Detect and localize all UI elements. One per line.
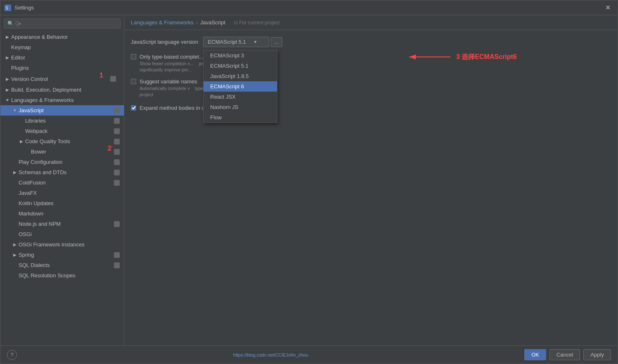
js-version-select-container: ECMAScript 5.1 ▼ ECMAScript 3 ECMAScript…: [203, 37, 269, 47]
dropdown-item-flow[interactable]: Flow: [204, 112, 277, 123]
js-version-dropdown[interactable]: ECMAScript 5.1 ▼: [203, 37, 269, 47]
expand-icon: ▶: [12, 252, 18, 258]
expand-icon: ▶: [5, 87, 10, 93]
cancel-button[interactable]: Cancel: [549, 349, 580, 360]
sidebar: 🔍 ▶ Appearance & Behavior ▶ Keymap ▶: [0, 15, 124, 345]
breadcrumb: Languages & Frameworks › JavaScript ⊙ Fo…: [124, 15, 618, 30]
sidebar-item-markdown[interactable]: ▶ Markdown: [0, 208, 124, 219]
sidebar-item-vcs[interactable]: ▶ Version Control 1: [0, 73, 124, 85]
annotation-3-text: 3 选择ECMAScript6: [456, 53, 517, 61]
settings-icon-cq: [114, 139, 120, 144]
checkbox-icon: [131, 54, 136, 59]
sidebar-label-coldfusion: ColdFusion: [19, 180, 46, 186]
annotation-2: 2: [108, 145, 111, 152]
sidebar-label-plugins: Plugins: [11, 65, 29, 71]
sidebar-label-build: Build, Execution, Deployment: [11, 87, 81, 93]
sidebar-item-osgi-framework[interactable]: ▶ OSGi Framework Instances: [0, 239, 124, 250]
settings-icon-cf: [114, 180, 120, 186]
sidebar-label-osgi: OSGi: [19, 231, 32, 237]
settings-icon-play: [114, 159, 120, 165]
apply-button[interactable]: Apply: [583, 349, 611, 360]
sidebar-item-coldfusion[interactable]: ▶ ColdFusion: [0, 177, 124, 188]
sidebar-label-osgi-framework: OSGi Framework Instances: [19, 241, 85, 248]
sidebar-item-languages[interactable]: ▼ Languages & Frameworks: [0, 95, 124, 105]
sidebar-label-libraries: Libraries: [25, 118, 46, 124]
selected-version: ECMAScript 5.1: [208, 39, 246, 45]
breadcrumb-sep: ›: [196, 19, 198, 26]
sidebar-label-keymap: Keymap: [11, 44, 31, 50]
sidebar-item-sql-resolution[interactable]: ▶ SQL Resolution Scopes: [0, 270, 124, 281]
sidebar-item-schemas[interactable]: ▶ Schemas and DTDs: [0, 167, 124, 177]
expand-icon: ▶: [19, 139, 24, 144]
search-icon: 🔍: [7, 21, 14, 26]
sidebar-label-javafx: JavaFX: [19, 190, 37, 196]
sidebar-item-editor[interactable]: ▶ Editor: [0, 52, 124, 63]
sidebar-item-build[interactable]: ▶ Build, Execution, Deployment: [0, 85, 124, 95]
ok-button[interactable]: OK: [524, 349, 546, 360]
sidebar-label-vcs: Version Control: [11, 76, 48, 82]
settings-icon: [110, 76, 116, 82]
search-box[interactable]: 🔍: [4, 19, 121, 28]
sidebar-item-spring[interactable]: ▶ Spring: [0, 250, 124, 260]
settings-icon-webpack: [114, 128, 120, 134]
expand-icon: ▶: [12, 242, 18, 248]
settings-icon-lib: [114, 118, 120, 124]
sidebar-label-markdown: Markdown: [19, 210, 43, 217]
expand-icon: ▶: [5, 76, 10, 82]
search-input[interactable]: [15, 21, 117, 26]
sidebar-item-sql-dialects[interactable]: ▶ SQL Dialects: [0, 260, 124, 270]
settings-window: S Settings ✕ 🔍 ▶ Appearance & Behavior: [0, 0, 618, 364]
close-button[interactable]: ✕: [602, 2, 613, 14]
sidebar-label-editor: Editor: [11, 54, 25, 61]
sidebar-label-appearance: Appearance & Behavior: [11, 34, 68, 40]
svg-text:S: S: [5, 6, 8, 10]
sidebar-label-kotlin: Kotlin Updates: [19, 200, 54, 206]
expand-icon: ▶: [5, 55, 10, 61]
dropdown-item-js185[interactable]: JavaScript 1.8.5: [204, 71, 277, 81]
title-bar: S Settings ✕: [0, 0, 618, 15]
checkbox-suggest-icon: [131, 79, 136, 84]
sidebar-item-nodejs[interactable]: ▶ Node.js and NPM: [0, 219, 124, 229]
sidebar-item-keymap[interactable]: ▶ Keymap: [0, 42, 124, 52]
main-layout: 🔍 ▶ Appearance & Behavior ▶ Keymap ▶: [0, 15, 618, 345]
dropdown-item-es6[interactable]: ECMAScript 6: [204, 81, 277, 92]
dropdown-item-react[interactable]: React JSX: [204, 92, 277, 102]
sidebar-item-javafx[interactable]: ▶ JavaFX: [0, 188, 124, 198]
settings-icon-schemas: [114, 170, 120, 175]
annotation-3-container: 3 选择ECMAScript6: [405, 51, 517, 63]
expand-icon: ▼: [12, 108, 18, 113]
sidebar-label-spring: Spring: [19, 252, 34, 258]
dropdown-item-es51[interactable]: ECMAScript 5.1: [204, 61, 277, 71]
checkbox-expand[interactable]: [131, 105, 136, 111]
sidebar-item-code-quality[interactable]: ▶ Code Quality Tools: [0, 136, 124, 147]
sidebar-item-osgi[interactable]: ▶ OSGi: [0, 229, 124, 239]
main-panel: Languages & Frameworks › JavaScript ⊙ Fo…: [124, 15, 618, 345]
sidebar-label-webpack: Webpack: [25, 128, 47, 134]
settings-content: JavaScript language version ECMAScript 5…: [124, 30, 618, 345]
sidebar-item-appearance[interactable]: ▶ Appearance & Behavior: [0, 32, 124, 42]
sidebar-item-play[interactable]: ▶ Play Configuration: [0, 157, 124, 167]
watermark-link: https://blog.csdn.net/CCIEJohn_zhou: [233, 352, 308, 357]
sidebar-item-plugins[interactable]: ▶ Plugins: [0, 63, 124, 73]
sidebar-item-webpack[interactable]: ▶ Webpack: [0, 126, 124, 136]
sidebar-item-javascript[interactable]: ▼ JavaScript: [0, 105, 124, 116]
sidebar-label-languages: Languages & Frameworks: [11, 97, 74, 103]
checkbox-expand-icon: [131, 105, 136, 111]
settings-icon-js: [114, 108, 120, 113]
checkbox-type-based[interactable]: [131, 54, 136, 59]
sidebar-item-bower[interactable]: ▶ Bower 2: [0, 147, 124, 157]
sidebar-item-kotlin[interactable]: ▶ Kotlin Updates: [0, 198, 124, 208]
expand-icon: ▼: [5, 97, 10, 103]
dropdown-item-nashorn[interactable]: Nashorn JS: [204, 102, 277, 112]
sidebar-label-sql-resolution: SQL Resolution Scopes: [19, 272, 76, 279]
dots-button[interactable]: ...: [271, 37, 282, 47]
dropdown-item-es3[interactable]: ECMAScript 3: [204, 50, 277, 61]
help-button[interactable]: ?: [7, 350, 17, 360]
breadcrumb-part1[interactable]: Languages & Frameworks: [131, 19, 194, 26]
annotation-arrow-3: [405, 51, 455, 63]
checkbox-suggest-vars[interactable]: [131, 79, 136, 84]
sidebar-item-libraries[interactable]: ▶ Libraries: [0, 116, 124, 126]
sidebar-list: ▶ Appearance & Behavior ▶ Keymap ▶ Edito…: [0, 32, 124, 345]
js-version-label: JavaScript language version: [131, 39, 198, 45]
version-dropdown-menu: ECMAScript 3 ECMAScript 5.1 JavaScript 1…: [203, 50, 277, 123]
